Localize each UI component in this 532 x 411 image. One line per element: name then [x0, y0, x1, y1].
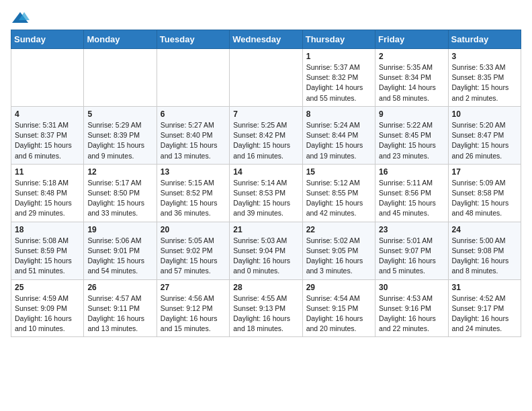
day-info: Sunrise: 5:05 AM Sunset: 9:02 PM Dayligh…	[161, 236, 226, 277]
calendar-cell: 17Sunrise: 5:09 AM Sunset: 8:58 PM Dayli…	[448, 164, 521, 222]
calendar-cell: 30Sunrise: 4:53 AM Sunset: 9:16 PM Dayli…	[375, 279, 448, 337]
week-row-2: 4Sunrise: 5:31 AM Sunset: 8:37 PM Daylig…	[11, 106, 521, 164]
day-info: Sunrise: 5:18 AM Sunset: 8:48 PM Dayligh…	[15, 178, 80, 219]
day-number: 2	[379, 52, 444, 61]
day-info: Sunrise: 5:14 AM Sunset: 8:53 PM Dayligh…	[233, 178, 298, 219]
calendar-cell: 27Sunrise: 4:56 AM Sunset: 9:12 PM Dayli…	[157, 279, 229, 337]
day-number: 11	[15, 167, 80, 177]
day-info: Sunrise: 5:06 AM Sunset: 9:01 PM Dayligh…	[87, 236, 152, 277]
day-number: 26	[87, 283, 152, 292]
day-header-tuesday: Tuesday	[157, 30, 229, 49]
day-number: 1	[306, 52, 371, 61]
calendar-cell: 18Sunrise: 5:08 AM Sunset: 8:59 PM Dayli…	[11, 222, 84, 279]
day-info: Sunrise: 4:56 AM Sunset: 9:12 PM Dayligh…	[161, 293, 226, 334]
day-number: 21	[233, 225, 298, 234]
calendar-cell: 9Sunrise: 5:22 AM Sunset: 8:45 PM Daylig…	[375, 106, 448, 164]
day-number: 15	[306, 167, 371, 177]
day-info: Sunrise: 5:00 AM Sunset: 9:08 PM Dayligh…	[452, 236, 517, 277]
calendar-cell: 7Sunrise: 5:25 AM Sunset: 8:42 PM Daylig…	[230, 106, 302, 164]
header-row: SundayMondayTuesdayWednesdayThursdayFrid…	[11, 30, 521, 49]
calendar: SundayMondayTuesdayWednesdayThursdayFrid…	[11, 30, 521, 337]
calendar-cell	[230, 49, 302, 107]
day-header-sunday: Sunday	[11, 30, 84, 49]
calendar-body: 1Sunrise: 5:37 AM Sunset: 8:32 PM Daylig…	[11, 49, 521, 337]
day-info: Sunrise: 5:31 AM Sunset: 8:37 PM Dayligh…	[15, 120, 80, 161]
day-info: Sunrise: 5:09 AM Sunset: 8:58 PM Dayligh…	[452, 178, 517, 219]
calendar-cell: 29Sunrise: 4:54 AM Sunset: 9:15 PM Dayli…	[302, 279, 375, 337]
day-number: 10	[452, 109, 517, 119]
day-info: Sunrise: 5:25 AM Sunset: 8:42 PM Dayligh…	[233, 120, 298, 161]
day-number: 22	[306, 225, 371, 234]
day-number: 28	[233, 283, 298, 292]
day-number: 3	[452, 52, 517, 61]
day-number: 13	[161, 167, 226, 177]
calendar-cell: 19Sunrise: 5:06 AM Sunset: 9:01 PM Dayli…	[84, 222, 157, 279]
day-number: 4	[15, 109, 80, 119]
calendar-cell: 10Sunrise: 5:20 AM Sunset: 8:47 PM Dayli…	[448, 106, 521, 164]
day-info: Sunrise: 5:35 AM Sunset: 8:34 PM Dayligh…	[379, 62, 444, 103]
day-number: 25	[15, 283, 80, 292]
day-number: 23	[379, 225, 444, 234]
day-number: 14	[233, 167, 298, 177]
day-info: Sunrise: 5:20 AM Sunset: 8:47 PM Dayligh…	[452, 120, 517, 161]
day-number: 6	[161, 109, 226, 119]
calendar-cell: 24Sunrise: 5:00 AM Sunset: 9:08 PM Dayli…	[448, 222, 521, 279]
calendar-cell	[157, 49, 229, 107]
week-row-5: 25Sunrise: 4:59 AM Sunset: 9:09 PM Dayli…	[11, 279, 521, 337]
day-info: Sunrise: 4:52 AM Sunset: 9:17 PM Dayligh…	[452, 293, 517, 334]
calendar-cell: 23Sunrise: 5:01 AM Sunset: 9:07 PM Dayli…	[375, 222, 448, 279]
day-info: Sunrise: 5:03 AM Sunset: 9:04 PM Dayligh…	[233, 236, 298, 277]
day-number: 31	[452, 283, 517, 292]
day-number: 19	[87, 225, 152, 234]
day-number: 16	[379, 167, 444, 177]
calendar-cell	[11, 49, 84, 107]
day-number: 18	[15, 225, 80, 234]
calendar-cell: 16Sunrise: 5:11 AM Sunset: 8:56 PM Dayli…	[375, 164, 448, 222]
calendar-cell: 11Sunrise: 5:18 AM Sunset: 8:48 PM Dayli…	[11, 164, 84, 222]
calendar-cell: 20Sunrise: 5:05 AM Sunset: 9:02 PM Dayli…	[157, 222, 229, 279]
day-number: 20	[161, 225, 226, 234]
day-header-saturday: Saturday	[448, 30, 521, 49]
calendar-cell: 3Sunrise: 5:33 AM Sunset: 8:35 PM Daylig…	[448, 49, 521, 107]
day-info: Sunrise: 5:12 AM Sunset: 8:55 PM Dayligh…	[306, 178, 371, 219]
day-header-monday: Monday	[84, 30, 157, 49]
day-info: Sunrise: 5:08 AM Sunset: 8:59 PM Dayligh…	[15, 236, 80, 277]
logo-icon	[11, 11, 30, 24]
day-info: Sunrise: 5:11 AM Sunset: 8:56 PM Dayligh…	[379, 178, 444, 219]
week-row-4: 18Sunrise: 5:08 AM Sunset: 8:59 PM Dayli…	[11, 222, 521, 279]
calendar-cell: 28Sunrise: 4:55 AM Sunset: 9:13 PM Dayli…	[230, 279, 302, 337]
day-number: 17	[452, 167, 517, 177]
day-info: Sunrise: 5:22 AM Sunset: 8:45 PM Dayligh…	[379, 120, 444, 161]
calendar-header: SundayMondayTuesdayWednesdayThursdayFrid…	[11, 30, 521, 49]
day-info: Sunrise: 5:29 AM Sunset: 8:39 PM Dayligh…	[87, 120, 152, 161]
day-info: Sunrise: 5:24 AM Sunset: 8:44 PM Dayligh…	[306, 120, 371, 161]
day-number: 30	[379, 283, 444, 292]
week-row-1: 1Sunrise: 5:37 AM Sunset: 8:32 PM Daylig…	[11, 49, 521, 107]
day-info: Sunrise: 4:57 AM Sunset: 9:11 PM Dayligh…	[87, 293, 152, 334]
calendar-cell: 6Sunrise: 5:27 AM Sunset: 8:40 PM Daylig…	[157, 106, 229, 164]
day-info: Sunrise: 5:15 AM Sunset: 8:52 PM Dayligh…	[161, 178, 226, 219]
day-number: 12	[87, 167, 152, 177]
day-info: Sunrise: 5:02 AM Sunset: 9:05 PM Dayligh…	[306, 236, 371, 277]
calendar-cell: 31Sunrise: 4:52 AM Sunset: 9:17 PM Dayli…	[448, 279, 521, 337]
calendar-cell: 1Sunrise: 5:37 AM Sunset: 8:32 PM Daylig…	[302, 49, 375, 107]
day-info: Sunrise: 5:27 AM Sunset: 8:40 PM Dayligh…	[161, 120, 226, 161]
calendar-cell: 22Sunrise: 5:02 AM Sunset: 9:05 PM Dayli…	[302, 222, 375, 279]
week-row-3: 11Sunrise: 5:18 AM Sunset: 8:48 PM Dayli…	[11, 164, 521, 222]
day-number: 29	[306, 283, 371, 292]
day-info: Sunrise: 4:55 AM Sunset: 9:13 PM Dayligh…	[233, 293, 298, 334]
day-number: 27	[161, 283, 226, 292]
day-info: Sunrise: 5:37 AM Sunset: 8:32 PM Dayligh…	[306, 62, 371, 103]
day-info: Sunrise: 5:33 AM Sunset: 8:35 PM Dayligh…	[452, 62, 517, 103]
calendar-cell: 25Sunrise: 4:59 AM Sunset: 9:09 PM Dayli…	[11, 279, 84, 337]
day-info: Sunrise: 5:01 AM Sunset: 9:07 PM Dayligh…	[379, 236, 444, 277]
logo	[11, 11, 32, 24]
day-number: 24	[452, 225, 517, 234]
day-number: 9	[379, 109, 444, 119]
calendar-cell: 14Sunrise: 5:14 AM Sunset: 8:53 PM Dayli…	[230, 164, 302, 222]
day-info: Sunrise: 4:54 AM Sunset: 9:15 PM Dayligh…	[306, 293, 371, 334]
day-info: Sunrise: 4:53 AM Sunset: 9:16 PM Dayligh…	[379, 293, 444, 334]
calendar-cell: 12Sunrise: 5:17 AM Sunset: 8:50 PM Dayli…	[84, 164, 157, 222]
day-header-thursday: Thursday	[302, 30, 375, 49]
calendar-cell: 15Sunrise: 5:12 AM Sunset: 8:55 PM Dayli…	[302, 164, 375, 222]
